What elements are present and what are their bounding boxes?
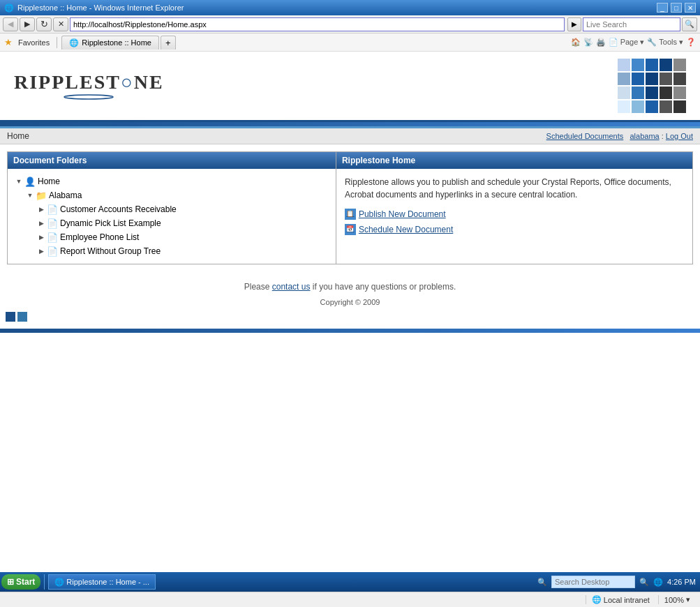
- doc-icon-customer-accounts: 📄: [47, 204, 58, 215]
- tile-4: [673, 59, 686, 71]
- tile-19: [673, 100, 686, 113]
- user-nav: Scheduled Documents alabama : Log Out: [546, 132, 693, 140]
- new-tab-button[interactable]: +: [161, 36, 176, 50]
- tree-item-report-group[interactable]: ▶ 📄 Report Without Group Tree: [13, 244, 330, 258]
- schedule-icon: 📅: [345, 224, 356, 235]
- logo-wave: [61, 93, 117, 100]
- tree-item-customer-accounts[interactable]: ▶ 📄 Customer Accounts Receivable: [13, 202, 330, 216]
- tree-label-customer-accounts: Customer Accounts Receivable: [60, 204, 177, 214]
- expand-toggle-customer-accounts[interactable]: ▶: [36, 204, 47, 215]
- tile-9: [673, 73, 686, 85]
- tree-item-home[interactable]: ▼ 👤 Home: [13, 174, 330, 188]
- folders-panel-header: Document Folders: [8, 152, 336, 169]
- maximize-button[interactable]: □: [671, 3, 682, 13]
- tile-15: [618, 100, 630, 113]
- expand-toggle-dynamic[interactable]: ▶: [36, 218, 47, 229]
- close-button[interactable]: ✕: [685, 3, 696, 13]
- back-button[interactable]: ◀: [3, 17, 18, 31]
- schedule-label: Schedule New Document: [359, 223, 453, 236]
- folder-icon-alabama: 📁: [36, 190, 47, 201]
- tree-label-dynamic: Dynamic Pick List Example: [60, 218, 161, 228]
- tree-item-alabama[interactable]: ▼ 📁 Alabama: [13, 188, 330, 202]
- expand-toggle-alabama[interactable]: ▼: [24, 190, 36, 201]
- bottom-sq-1: [6, 312, 15, 322]
- publish-document-link[interactable]: 📋 Publish New Document: [345, 208, 684, 220]
- help-button[interactable]: ❓: [686, 38, 696, 47]
- svg-point-0: [64, 95, 113, 99]
- bottom-sq-2: [17, 312, 27, 322]
- scheduled-docs-link[interactable]: Scheduled Documents: [546, 132, 624, 140]
- logout-link[interactable]: Log Out: [666, 132, 693, 140]
- logo-suffix: NE: [134, 71, 164, 93]
- tile-14: [673, 87, 686, 99]
- logo-circle: ○: [121, 71, 134, 93]
- doc-icon-report: 📄: [47, 246, 58, 257]
- tile-1: [632, 59, 644, 71]
- menu-bar: ◀ ▶ ↻ ✕ ▶ 🔍: [0, 15, 700, 33]
- content-panels: Document Folders ▼ 👤 Home ▼ 📁 Alabama ▶: [7, 151, 693, 264]
- live-search-input[interactable]: [583, 17, 680, 31]
- page-footer: Please contact us if you have any questi…: [0, 271, 700, 295]
- tile-0: [618, 59, 630, 71]
- tile-6: [632, 73, 644, 85]
- user-link[interactable]: alabama: [630, 132, 659, 140]
- stop-button[interactable]: ✕: [53, 17, 68, 31]
- tree-item-dynamic-pick-list[interactable]: ▶ 📄 Dynamic Pick List Example: [13, 216, 330, 230]
- tile-13: [660, 87, 672, 99]
- rss-button[interactable]: 📡: [583, 38, 593, 47]
- doc-icon-dynamic: 📄: [47, 218, 58, 229]
- page-button[interactable]: 📄 Page ▾: [609, 38, 645, 47]
- toolbar-bar: ★ Favorites 🌐 Ripplestone :: Home + 🏠 📡 …: [0, 33, 700, 52]
- expand-toggle-report[interactable]: ▶: [36, 246, 47, 257]
- tile-7: [646, 73, 658, 85]
- breadcrumb: Home: [7, 131, 29, 141]
- favorites-button[interactable]: Favorites: [15, 37, 52, 48]
- publish-icon: 📋: [345, 209, 356, 220]
- favorites-icon: ★: [4, 37, 13, 47]
- expand-toggle-employee[interactable]: ▶: [36, 232, 47, 243]
- schedule-document-link[interactable]: 📅 Schedule New Document: [345, 223, 684, 236]
- doc-icon-employee: 📄: [47, 232, 58, 243]
- home-panel-body: Ripplestone allows you to publish and sc…: [336, 169, 692, 246]
- tile-11: [632, 87, 644, 99]
- tile-16: [632, 100, 644, 113]
- bottom-blue-bar: [0, 329, 700, 333]
- copyright: Copyright © 2009: [0, 295, 700, 309]
- bottom-squares: [6, 312, 27, 322]
- tab-icon: 🌐: [69, 38, 79, 47]
- search-button[interactable]: 🔍: [682, 17, 697, 31]
- tab-label: Ripplestone :: Home: [82, 38, 151, 47]
- print-button[interactable]: 🖨️: [596, 38, 606, 47]
- publish-label: Publish New Document: [359, 208, 446, 220]
- footer-text-before: Please: [244, 282, 272, 292]
- main-content: RIPPLEST○NE Home Scheduled Documents ala…: [0, 52, 700, 333]
- left-panel: Document Folders ▼ 👤 Home ▼ 📁 Alabama ▶: [8, 152, 336, 264]
- window-title: Ripplestone :: Home - Windows Internet E…: [17, 3, 184, 12]
- tree-item-employee-phone[interactable]: ▶ 📄 Employee Phone List: [13, 230, 330, 244]
- refresh-button[interactable]: ↻: [36, 17, 52, 31]
- person-icon: 👤: [24, 177, 36, 187]
- site-nav-bar: Home Scheduled Documents alabama : Log O…: [0, 128, 700, 144]
- tile-2: [646, 59, 658, 71]
- browser-tab[interactable]: 🌐 Ripplestone :: Home: [61, 36, 159, 50]
- tile-12: [646, 87, 658, 99]
- tile-18: [660, 100, 672, 113]
- site-header: RIPPLEST○NE: [0, 52, 700, 122]
- tile-17: [646, 100, 658, 113]
- footer-text-after: if you have any questions or problems.: [313, 282, 456, 292]
- expand-toggle-home[interactable]: ▼: [13, 176, 24, 187]
- home-toolbar-button[interactable]: 🏠: [571, 38, 581, 47]
- minimize-button[interactable]: _: [657, 3, 668, 13]
- tile-8: [660, 73, 672, 85]
- tools-button[interactable]: 🔧 Tools ▾: [647, 38, 683, 47]
- address-input[interactable]: [70, 17, 565, 31]
- tree-label-employee: Employee Phone List: [60, 232, 139, 242]
- go-button[interactable]: ▶: [567, 17, 581, 31]
- forward-button[interactable]: ▶: [20, 17, 35, 31]
- contact-us-link[interactable]: contact us: [272, 282, 311, 292]
- folders-panel-body: ▼ 👤 Home ▼ 📁 Alabama ▶ 📄 Customer Accoun…: [8, 169, 336, 264]
- tree-label-alabama: Alabama: [49, 190, 82, 200]
- logo-prefix: RIPPLEST: [14, 71, 121, 93]
- home-description: Ripplestone allows you to publish and sc…: [345, 176, 684, 201]
- tile-10: [618, 87, 630, 99]
